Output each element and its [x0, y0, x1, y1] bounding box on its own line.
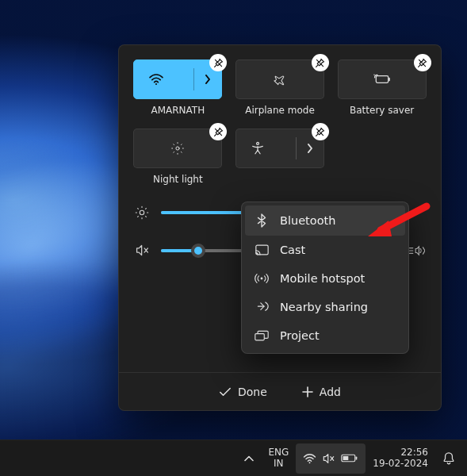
battery-saver-toggle[interactable]: [338, 60, 427, 99]
tile-battery-saver: Battery saver: [337, 60, 427, 116]
volume-muted-icon: [133, 244, 151, 257]
chevron-right-icon: [205, 75, 211, 84]
quick-settings-tiles: AMARNATH Airplane mode: [133, 60, 427, 185]
add-menu-item-cast[interactable]: Cast: [242, 236, 408, 264]
svg-rect-2: [389, 78, 390, 81]
add-label: Add: [320, 386, 341, 398]
language-region: IN: [268, 459, 289, 469]
svg-rect-16: [343, 456, 349, 460]
slider-thumb[interactable]: [191, 244, 205, 258]
check-icon: [219, 387, 232, 397]
plus-icon: [302, 386, 313, 397]
unpin-button[interactable]: [209, 123, 227, 140]
bell-icon: [442, 451, 455, 465]
svg-point-9: [261, 278, 263, 280]
accessibility-toggle[interactable]: [235, 129, 324, 168]
chevron-up-icon: [244, 455, 254, 462]
svg-point-13: [309, 462, 311, 463]
airplane-icon: [272, 72, 288, 86]
chevron-right-icon: [307, 144, 313, 153]
unpin-icon: [417, 58, 427, 68]
svg-point-4: [176, 147, 179, 150]
add-button[interactable]: Add: [296, 381, 347, 403]
battery-icon: [341, 453, 358, 463]
notifications-button[interactable]: [435, 443, 462, 474]
unpin-icon: [213, 127, 224, 137]
unpin-icon: [315, 58, 325, 68]
add-menu-item-nearby[interactable]: Nearby sharing: [242, 293, 408, 321]
airplane-mode-toggle[interactable]: [235, 60, 324, 99]
quick-settings-tray-button[interactable]: [296, 443, 366, 474]
clock-button[interactable]: 22:56 19-02-2024: [366, 443, 435, 474]
language-code: ENG: [268, 447, 289, 458]
unpin-button[interactable]: [414, 54, 431, 71]
menu-item-label: Nearby sharing: [280, 301, 368, 313]
unpin-icon: [315, 127, 325, 137]
svg-point-6: [140, 210, 144, 214]
unpin-button[interactable]: [209, 54, 227, 71]
tile-night-light: Night light: [133, 129, 223, 185]
svg-point-8: [255, 253, 257, 255]
menu-item-label: Mobile hotspot: [280, 272, 365, 285]
volume-muted-icon: [322, 453, 335, 464]
done-label: Done: [238, 386, 267, 398]
tile-label: Airplane mode: [245, 105, 315, 116]
add-menu-item-project[interactable]: Project: [242, 321, 408, 350]
bluetooth-icon: [255, 213, 269, 228]
wifi-toggle[interactable]: [133, 60, 222, 99]
tile-label: AMARNATH: [151, 105, 205, 116]
tile-wifi: AMARNATH: [133, 60, 223, 116]
tile-airplane: Airplane mode: [235, 60, 325, 116]
svg-point-3: [373, 75, 374, 75]
battery-saver-icon: [373, 73, 392, 86]
accessibility-icon: [251, 141, 265, 155]
taskbar: ENG IN 22:56 19-02-2024: [0, 440, 467, 476]
tray-overflow-button[interactable]: [237, 443, 261, 474]
date: 19-02-2024: [373, 459, 428, 470]
svg-point-0: [155, 83, 157, 85]
project-icon: [255, 330, 269, 342]
tile-label: Battery saver: [350, 105, 414, 116]
menu-item-label: Cast: [280, 244, 305, 256]
wifi-icon: [148, 73, 164, 86]
menu-item-label: Bluetooth: [280, 214, 335, 227]
language-switcher[interactable]: ENG IN: [261, 443, 296, 474]
svg-rect-11: [255, 333, 264, 340]
done-button[interactable]: Done: [212, 381, 274, 403]
svg-rect-1: [376, 76, 388, 83]
time: 22:56: [373, 447, 428, 459]
unpin-button[interactable]: [312, 54, 329, 71]
add-menu-item-hotspot[interactable]: Mobile hotspot: [242, 264, 408, 293]
wifi-icon: [303, 453, 316, 464]
add-menu-item-bluetooth[interactable]: Bluetooth: [245, 205, 405, 236]
tile-accessibility: [235, 129, 325, 185]
night-light-icon: [170, 140, 186, 156]
svg-point-5: [257, 142, 259, 144]
menu-item-label: Project: [280, 329, 320, 342]
brightness-icon: [133, 205, 151, 220]
night-light-toggle[interactable]: [133, 129, 222, 168]
hotspot-icon: [255, 272, 269, 285]
cast-icon: [255, 244, 269, 255]
quick-settings-footer: Done Add: [119, 372, 441, 410]
tile-label: Night light: [153, 174, 203, 185]
svg-rect-15: [356, 456, 358, 459]
unpin-button[interactable]: [312, 123, 329, 140]
unpin-icon: [213, 58, 224, 68]
system-tray: ENG IN 22:56 19-02-2024: [237, 440, 467, 476]
nearby-sharing-icon: [255, 301, 269, 313]
add-menu: Bluetooth Cast Mobile hotspot Nearby sha…: [241, 202, 409, 354]
